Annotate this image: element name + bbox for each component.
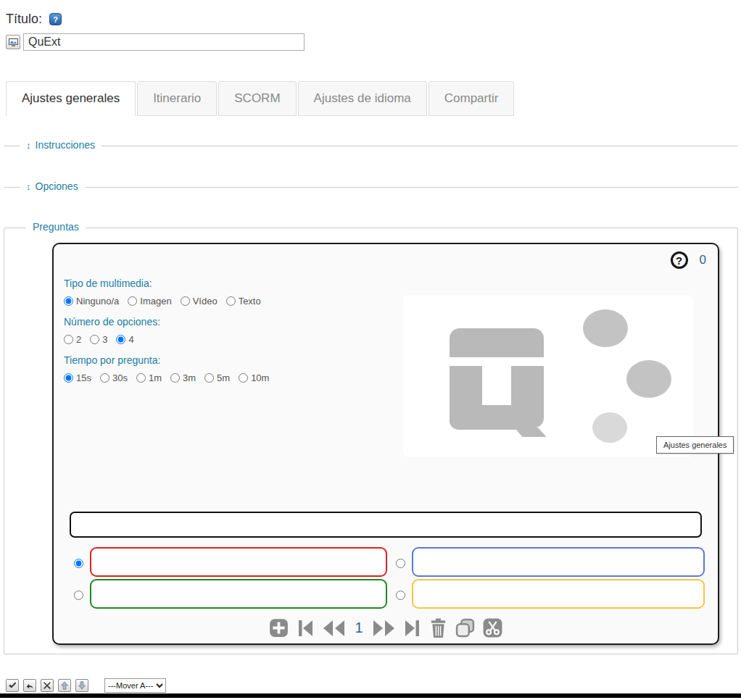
decorative-dot — [626, 360, 671, 398]
section-instrucciones: ↕ Instrucciones — [4, 146, 738, 146]
num-options-label: Número de opciones: — [64, 316, 394, 328]
move-to-select[interactable]: ---Mover A--- — [104, 678, 166, 693]
decorative-dot — [583, 309, 628, 347]
preview-toggle-button[interactable] — [6, 35, 20, 49]
section-label-preguntas: Preguntas — [26, 221, 86, 233]
radio-input[interactable] — [100, 373, 109, 383]
radio-media-ninguno[interactable]: Ninguno/a — [64, 296, 119, 307]
page-title: Título: — [6, 12, 42, 27]
radio-time-1m[interactable]: 1m — [136, 372, 162, 383]
answer-radio-1[interactable] — [74, 559, 83, 568]
answers-grid — [68, 547, 705, 609]
updown-arrow-icon: ↕ — [26, 140, 31, 151]
tab-scorm[interactable]: SCORM — [218, 81, 296, 116]
image-icon — [9, 38, 18, 46]
time-options: 15s 30s 1m 3m — [64, 372, 394, 383]
section-opciones: ↕ Opciones — [4, 187, 738, 188]
radio-media-video[interactable]: Vídeo — [181, 296, 218, 307]
help-circle-icon[interactable]: ? — [671, 251, 688, 269]
first-question-button[interactable] — [297, 619, 314, 638]
question-settings: Tipo de multimedia: Ninguno/a Imagen Víd… — [54, 244, 394, 383]
answer-input-1[interactable] — [90, 547, 387, 577]
radio-options-3[interactable]: 3 — [90, 334, 107, 345]
section-toggle-instrucciones[interactable]: ↕ Instrucciones — [20, 139, 102, 151]
answer-input-4[interactable] — [412, 579, 705, 609]
media-type-options: Ninguno/a Imagen Vídeo Texto — [64, 296, 394, 307]
section-preguntas: Preguntas ? 0 Tipo de multimedia: Ningun… — [4, 228, 738, 654]
radio-time-10m[interactable]: 10m — [239, 372, 269, 383]
question-panel: ? 0 Tipo de multimedia: Ninguno/a Imagen — [52, 243, 719, 645]
radio-time-30s[interactable]: 30s — [100, 372, 128, 383]
duplicate-question-button[interactable] — [455, 618, 475, 638]
last-question-button[interactable] — [404, 619, 421, 638]
answer-radio-4[interactable] — [396, 591, 405, 600]
radio-options-4[interactable]: 4 — [116, 334, 133, 345]
next-question-button[interactable] — [373, 619, 396, 638]
undo-button[interactable] — [23, 679, 36, 692]
title-input[interactable] — [23, 33, 305, 51]
x-icon — [43, 681, 51, 690]
radio-media-texto[interactable]: Texto — [226, 296, 261, 307]
radio-time-5m[interactable]: 5m — [204, 372, 230, 383]
trash-icon — [429, 618, 447, 638]
radio-time-3m[interactable]: 3m — [170, 372, 196, 383]
check-icon — [8, 681, 17, 690]
tab-ajustes-generales[interactable]: Ajustes generales — [6, 81, 136, 116]
answer-input-2[interactable] — [412, 547, 705, 577]
move-down-button[interactable] — [75, 679, 88, 692]
radio-time-15s[interactable]: 15s — [64, 372, 91, 383]
bottom-divider-bar — [0, 693, 741, 698]
scissors-icon — [483, 618, 502, 638]
title-input-row — [6, 33, 741, 51]
radio-input[interactable] — [90, 335, 99, 344]
panel-help-area: ? 0 — [671, 251, 706, 269]
tab-itinerario[interactable]: Itinerario — [137, 81, 217, 116]
cut-question-button[interactable] — [483, 618, 502, 638]
updown-arrow-icon: ↕ — [26, 181, 31, 192]
answer-radio-3[interactable] — [74, 591, 83, 600]
radio-input[interactable] — [136, 373, 146, 383]
tab-ajustes-de-idioma[interactable]: Ajustes de idioma — [298, 81, 427, 116]
radio-media-imagen[interactable]: Imagen — [128, 296, 171, 307]
radio-input[interactable] — [226, 296, 236, 306]
radio-input[interactable] — [204, 373, 214, 383]
radio-input[interactable] — [64, 335, 73, 344]
skip-first-icon — [297, 619, 314, 638]
tab-compartir[interactable]: Compartir — [429, 81, 515, 116]
section-label-instrucciones: Instrucciones — [36, 139, 95, 151]
radio-input[interactable] — [128, 296, 137, 306]
question-text-input[interactable] — [70, 512, 702, 538]
num-options: 2 3 4 — [64, 334, 394, 345]
title-row: Título: ? — [0, 0, 741, 27]
radio-input[interactable] — [64, 373, 73, 383]
question-counter: 0 — [700, 253, 706, 267]
radio-input[interactable] — [239, 373, 248, 383]
rewind-icon — [322, 619, 345, 638]
arrow-up-icon — [60, 681, 69, 690]
arrow-down-icon — [78, 681, 86, 690]
answer-input-3[interactable] — [90, 579, 387, 609]
help-icon[interactable]: ? — [49, 13, 62, 25]
radio-input[interactable] — [181, 296, 190, 306]
page-number: 1 — [353, 620, 364, 636]
radio-input[interactable] — [64, 296, 73, 306]
add-question-button[interactable] — [269, 618, 289, 638]
section-label-opciones: Opciones — [36, 180, 78, 192]
fast-forward-icon — [373, 619, 396, 638]
done-button[interactable] — [6, 679, 19, 692]
answer-radio-2[interactable] — [396, 559, 405, 568]
question-toolbar: 1 — [54, 618, 718, 638]
media-placeholder-image — [403, 295, 693, 457]
delete-question-button[interactable] — [429, 618, 447, 638]
radio-input[interactable] — [170, 373, 180, 383]
delete-button[interactable] — [41, 679, 54, 692]
undo-icon — [25, 681, 34, 690]
radio-options-2[interactable]: 2 — [64, 334, 81, 345]
section-toggle-opciones[interactable]: ↕ Opciones — [20, 180, 85, 192]
radio-input[interactable] — [116, 335, 125, 344]
move-up-button[interactable] — [58, 679, 71, 692]
tab-bar: Ajustes generales Itinerario SCORM Ajust… — [6, 81, 741, 116]
media-type-label: Tipo de multimedia: — [64, 278, 394, 289]
prev-question-button[interactable] — [322, 619, 345, 638]
idevice-action-bar: ---Mover A--- — [6, 678, 741, 693]
